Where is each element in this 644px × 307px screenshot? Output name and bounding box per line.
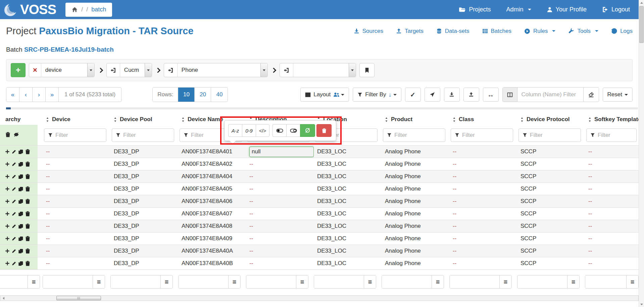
- add-row-icon[interactable]: [5, 249, 10, 253]
- horizontal-scroll-thumb[interactable]: [56, 296, 101, 300]
- sort-numeric-button[interactable]: 0-9: [242, 124, 256, 137]
- hamburger-menu-icon[interactable]: ≡: [28, 275, 40, 288]
- rows-option-40[interactable]: 40: [211, 88, 228, 102]
- trash-icon[interactable]: [5, 132, 10, 139]
- description-edit-input[interactable]: [249, 147, 314, 157]
- filter-input-class[interactable]: [462, 132, 513, 139]
- bookmark-button[interactable]: [359, 63, 375, 77]
- add-row-icon[interactable]: [5, 174, 10, 179]
- export-button[interactable]: [444, 88, 460, 102]
- add-row-icon[interactable]: [5, 211, 10, 216]
- code-button[interactable]: </>: [256, 124, 269, 137]
- copy-row-icon[interactable]: [18, 261, 23, 266]
- column-header-device-pool[interactable]: Device Pool: [110, 114, 178, 125]
- link-tools[interactable]: Tools: [568, 28, 598, 35]
- delete-row-icon[interactable]: [25, 161, 30, 167]
- copy-row-icon[interactable]: [18, 149, 23, 154]
- link-targets[interactable]: Targets: [396, 28, 424, 35]
- column-header-device-protocol[interactable]: Device Protocol: [517, 114, 585, 125]
- edit-row-icon[interactable]: [12, 236, 16, 241]
- footer-input[interactable]: [450, 275, 499, 288]
- link-rules[interactable]: Rules: [524, 28, 555, 35]
- edit-row-icon[interactable]: [12, 224, 16, 228]
- add-row-icon[interactable]: [5, 187, 10, 191]
- remove-filter-button[interactable]: ×: [29, 63, 41, 77]
- funnel-icon[interactable]: [48, 133, 53, 138]
- project-name-link[interactable]: PaxusBio Migration - TAR Source: [39, 25, 193, 36]
- rows-option-20[interactable]: 20: [195, 88, 211, 102]
- breadcrumb-current[interactable]: batch: [91, 6, 106, 13]
- delete-row-icon[interactable]: [25, 248, 30, 254]
- add-filter-button[interactable]: +: [11, 63, 26, 77]
- phone-select[interactable]: Phone: [178, 63, 267, 77]
- column-name-filter-input[interactable]: [517, 88, 583, 102]
- add-row-icon[interactable]: [5, 236, 10, 241]
- edit-row-icon[interactable]: [12, 149, 16, 154]
- delete-column-button[interactable]: [316, 124, 332, 137]
- add-row-icon[interactable]: [5, 224, 10, 228]
- footer-input[interactable]: [179, 275, 228, 288]
- layout-button[interactable]: Layout: [300, 88, 349, 102]
- link-logs[interactable]: Logs: [611, 28, 633, 35]
- first-page-button[interactable]: «: [6, 88, 19, 102]
- hamburger-menu-icon[interactable]: ≡: [93, 275, 105, 288]
- copy-row-icon[interactable]: [18, 236, 23, 241]
- nav-your-profile[interactable]: Your Profile: [547, 6, 587, 13]
- nav-logout[interactable]: Logout: [602, 6, 630, 13]
- copy-row-icon[interactable]: [18, 174, 23, 179]
- funnel-icon[interactable]: [116, 133, 120, 138]
- eye-slash-icon[interactable]: [13, 132, 19, 139]
- sort-alpha-button[interactable]: A-z: [228, 124, 242, 137]
- nav-admin[interactable]: Admin: [506, 6, 531, 13]
- copy-row-icon[interactable]: [18, 162, 23, 167]
- column-header-archy[interactable]: archy: [0, 114, 43, 125]
- footer-input[interactable]: [246, 275, 296, 288]
- delete-row-icon[interactable]: [25, 211, 30, 216]
- link-sources[interactable]: Sources: [354, 28, 383, 35]
- scroll-up-arrow[interactable]: [639, 0, 644, 5]
- hamburger-menu-icon[interactable]: ≡: [296, 275, 308, 288]
- apply-button[interactable]: ✓: [405, 88, 421, 102]
- link-data-sets[interactable]: Data-sets: [436, 28, 469, 35]
- filter-input-device[interactable]: [55, 132, 106, 139]
- toggle-on-button[interactable]: [273, 124, 286, 137]
- copy-row-icon[interactable]: [18, 224, 23, 229]
- add-row-icon[interactable]: [5, 199, 10, 204]
- footer-input[interactable]: [517, 275, 567, 288]
- edit-row-icon[interactable]: [12, 162, 16, 166]
- set-null-button[interactable]: Ø: [300, 124, 315, 137]
- import-button[interactable]: [463, 88, 479, 102]
- column-header-class[interactable]: Class: [449, 114, 517, 125]
- filter-by-button[interactable]: Filter By ↓: [353, 88, 401, 102]
- toggle-off-button[interactable]: [286, 124, 300, 137]
- edit-row-icon[interactable]: [12, 211, 16, 216]
- model-type-select[interactable]: device: [41, 63, 94, 77]
- edit-row-icon[interactable]: [12, 249, 16, 253]
- footer-input[interactable]: [382, 275, 432, 288]
- hamburger-menu-icon[interactable]: ≡: [499, 275, 511, 288]
- delete-row-icon[interactable]: [25, 261, 30, 266]
- hamburger-menu-icon[interactable]: ≡: [228, 275, 240, 288]
- hamburger-menu-icon[interactable]: ≡: [364, 275, 376, 288]
- copy-row-icon[interactable]: [18, 249, 23, 254]
- filter-input-softkey-template[interactable]: [598, 132, 636, 139]
- voss-logo[interactable]: VOSS: [3, 2, 56, 17]
- edit-row-icon[interactable]: [12, 199, 16, 204]
- funnel-icon[interactable]: [387, 133, 392, 138]
- filter-input-device-pool[interactable]: [123, 132, 174, 139]
- filter-input-product[interactable]: [394, 132, 445, 139]
- delete-row-icon[interactable]: [25, 223, 30, 229]
- scroll-down-arrow[interactable]: [639, 302, 644, 307]
- nav-projects[interactable]: Projects: [459, 6, 491, 13]
- add-row-icon[interactable]: [5, 149, 10, 154]
- last-page-button[interactable]: »: [46, 88, 59, 102]
- add-row-icon[interactable]: [5, 162, 10, 166]
- footer-input[interactable]: [111, 275, 160, 288]
- vertical-scroll-thumb[interactable]: [639, 6, 644, 43]
- expand-columns-button[interactable]: ↔: [483, 88, 499, 102]
- hamburger-menu-icon[interactable]: ≡: [626, 275, 638, 288]
- funnel-icon[interactable]: [455, 133, 459, 138]
- delete-row-icon[interactable]: [25, 186, 30, 192]
- scroll-left-arrow[interactable]: [0, 296, 6, 301]
- column-header-device[interactable]: Device: [43, 114, 110, 125]
